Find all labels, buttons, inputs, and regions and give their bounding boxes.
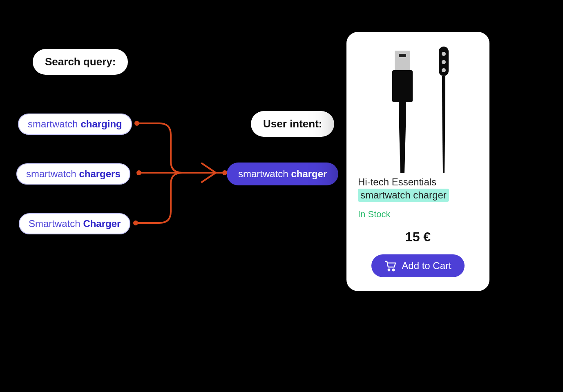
connector-dot <box>222 170 227 175</box>
usb-cable-icon <box>384 51 421 173</box>
query-prefix: smartwatch <box>26 168 79 179</box>
magnetic-pin-icon <box>436 47 452 173</box>
connector-dot <box>134 121 139 126</box>
stock-status: In Stock <box>358 209 478 220</box>
label-text: Search query: <box>45 56 116 68</box>
product-image <box>358 42 478 173</box>
label-text: User intent: <box>263 118 322 130</box>
svg-rect-1 <box>399 54 406 57</box>
product-highlight: smartwatch charger <box>358 189 449 202</box>
add-to-cart-button[interactable]: Add to Cart <box>371 254 464 277</box>
svg-point-6 <box>442 68 446 72</box>
product-card: Hi-tech Essentials smartwatch charger In… <box>346 32 489 291</box>
query-pill-3: Smartwatch Charger <box>19 213 130 234</box>
svg-point-4 <box>442 52 446 56</box>
query-pill-1: smartwatch charging <box>18 114 132 135</box>
svg-point-5 <box>442 60 446 64</box>
query-bold: Charger <box>83 218 121 229</box>
svg-rect-2 <box>392 70 413 102</box>
query-bold: charging <box>80 118 122 129</box>
connector-dot <box>133 220 138 225</box>
query-prefix: smartwatch <box>28 118 80 129</box>
cart-button-label: Add to Cart <box>402 260 451 272</box>
intent-bold: charger <box>291 168 327 179</box>
query-prefix: Smartwatch <box>29 218 83 229</box>
product-title: Hi-tech Essentials <box>358 176 478 188</box>
user-intent-label: User intent: <box>251 111 334 137</box>
query-bold: chargers <box>79 168 120 179</box>
intent-pill: smartwatch charger <box>227 163 338 185</box>
intent-prefix: smartwatch <box>238 168 291 179</box>
query-pill-2: smartwatch chargers <box>16 163 130 185</box>
search-query-label: Search query: <box>33 49 128 75</box>
svg-point-7 <box>388 269 390 271</box>
cart-icon <box>384 260 397 272</box>
svg-rect-0 <box>395 51 410 70</box>
connector-dot <box>136 170 141 175</box>
product-price: 15 € <box>358 229 478 245</box>
svg-point-8 <box>393 269 394 271</box>
